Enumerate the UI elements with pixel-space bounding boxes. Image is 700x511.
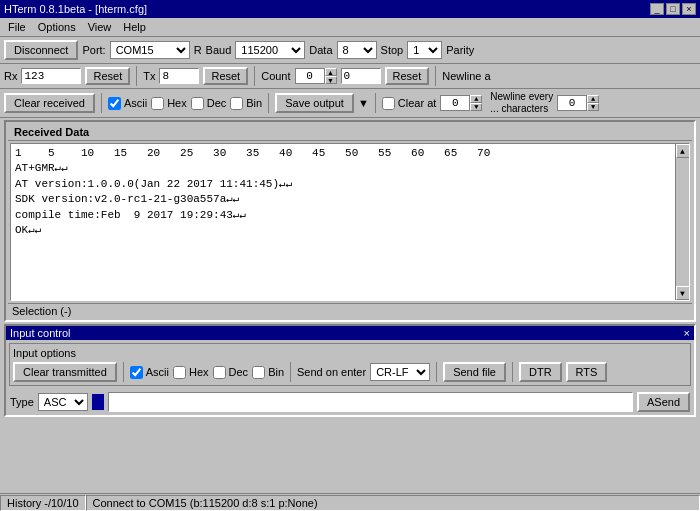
input-control-title: Input control ×: [6, 326, 694, 340]
sep-inp3: [436, 362, 437, 382]
sep-ctrl2: [268, 93, 269, 113]
terminal-line-1: AT version:1.0.0.0(Jan 22 2017 11:41:45)…: [15, 178, 292, 190]
scroll-up-button[interactable]: ▲: [676, 144, 690, 158]
menu-options[interactable]: Options: [32, 20, 82, 34]
app-title: HTerm 0.8.1beta - [hterm.cfg]: [4, 3, 147, 15]
rx-value: 123: [21, 68, 81, 84]
scroll-down-button[interactable]: ▼: [676, 286, 690, 300]
send-on-enter-select[interactable]: CR-LF: [370, 363, 430, 381]
maximize-button[interactable]: □: [666, 3, 680, 15]
terminal-line-3: compile time:Feb 9 2017 19:29:43↵↵: [15, 209, 246, 221]
baud-select[interactable]: 115200: [235, 41, 305, 59]
inp-hex-checkbox[interactable]: [173, 366, 186, 379]
send-on-enter-label: Send on enter: [297, 366, 366, 378]
newline-up-button[interactable]: ▲: [587, 95, 599, 103]
count-input[interactable]: [295, 68, 325, 84]
tx-reset-button[interactable]: Reset: [203, 67, 248, 85]
hex-checkbox-group: Hex: [151, 97, 187, 110]
received-panel: Received Data 1 5 10 15 20 25 30 35 40 4…: [4, 120, 696, 322]
inp-dec-label: Dec: [229, 366, 249, 378]
tx-value: [159, 68, 199, 84]
sep-inp1: [123, 362, 124, 382]
count-reset-button[interactable]: Reset: [385, 67, 430, 85]
terminal-area: 1 5 10 15 20 25 30 35 40 45 50 55 60 65 …: [10, 143, 690, 301]
input-control-close-icon[interactable]: ×: [684, 327, 690, 339]
newline-every-label: Newline every ... characters: [490, 91, 553, 115]
save-output-button[interactable]: Save output: [275, 93, 354, 113]
title-bar-right: _ □ ×: [650, 3, 696, 15]
send-file-button[interactable]: Send file: [443, 362, 506, 382]
data-select[interactable]: 8: [337, 41, 377, 59]
port-select[interactable]: COM15: [110, 41, 190, 59]
send-text-input[interactable]: [108, 392, 633, 412]
input-options-row: Clear transmitted Ascii Hex Dec Bin Send…: [13, 362, 687, 382]
clear-at-spinner: ▲ ▼: [440, 95, 482, 111]
menu-file[interactable]: File: [2, 20, 32, 34]
menu-help[interactable]: Help: [117, 20, 152, 34]
terminal-content: 1 5 10 15 20 25 30 35 40 45 50 55 60 65 …: [15, 146, 685, 238]
count-spin-buttons: ▲ ▼: [325, 68, 337, 84]
hex-label: Hex: [167, 97, 187, 109]
count-label: Count: [261, 70, 290, 82]
terminal-scrollbar[interactable]: ▲ ▼: [675, 144, 689, 300]
inp-bin-group: Bin: [252, 366, 284, 379]
inp-dec-group: Dec: [213, 366, 249, 379]
stop-label: Stop: [381, 44, 404, 56]
received-data-title: Received Data: [8, 124, 692, 141]
newline-label: Newline a: [442, 70, 490, 82]
clear-at-input[interactable]: [440, 95, 470, 111]
inp-ascii-label: Ascii: [146, 366, 169, 378]
newline-every-container: Newline every ... characters: [490, 91, 553, 115]
ascii-checkbox-group: Ascii: [108, 97, 147, 110]
bin-checkbox[interactable]: [230, 97, 243, 110]
disconnect-button[interactable]: Disconnect: [4, 40, 78, 60]
newline-input[interactable]: [557, 95, 587, 111]
asend-button[interactable]: ASend: [637, 392, 690, 412]
stop-select[interactable]: 1: [407, 41, 442, 59]
status-bar: History -/10/10 Connect to COM15 (b:1152…: [0, 493, 700, 511]
dtr-button[interactable]: DTR: [519, 362, 562, 382]
clear-at-down-button[interactable]: ▼: [470, 103, 482, 111]
menu-view[interactable]: View: [82, 20, 118, 34]
type-select[interactable]: ASC: [38, 393, 88, 411]
inp-hex-label: Hex: [189, 366, 209, 378]
count-down-button[interactable]: ▼: [325, 76, 337, 84]
clear-transmitted-button[interactable]: Clear transmitted: [13, 362, 117, 382]
port-label: Port:: [82, 44, 105, 56]
color-indicator: [92, 394, 104, 410]
ascii-checkbox[interactable]: [108, 97, 121, 110]
clear-at-spin-buttons: ▲ ▼: [470, 95, 482, 111]
inp-dec-checkbox[interactable]: [213, 366, 226, 379]
clear-received-button[interactable]: Clear received: [4, 93, 95, 113]
terminal-line-0: AT+GMR↵↵: [15, 162, 68, 174]
separator1: [136, 66, 137, 86]
selection-bar: Selection (-): [8, 303, 692, 318]
inp-hex-group: Hex: [173, 366, 209, 379]
menu-bar: File Options View Help: [0, 18, 700, 37]
newline-down-button[interactable]: ▼: [587, 103, 599, 111]
inp-bin-checkbox[interactable]: [252, 366, 265, 379]
rts-button[interactable]: RTS: [566, 362, 608, 382]
terminal-line-2: SDK version:v2.0-rc1-21-g30a557a↵↵: [15, 193, 239, 205]
title-bar: HTerm 0.8.1beta - [hterm.cfg] _ □ ×: [0, 0, 700, 18]
baud-label: Baud: [206, 44, 232, 56]
clear-at-up-button[interactable]: ▲: [470, 95, 482, 103]
scroll-track: [676, 158, 690, 286]
clear-at-checkbox[interactable]: [382, 97, 395, 110]
sep-ctrl: [101, 93, 102, 113]
dec-checkbox[interactable]: [191, 97, 204, 110]
rx-reset-button[interactable]: Reset: [85, 67, 130, 85]
title-bar-left: HTerm 0.8.1beta - [hterm.cfg]: [4, 3, 147, 15]
terminal-ruler: 1 5 10 15 20 25 30 35 40 45 50 55 60 65 …: [15, 147, 490, 159]
dec-label: Dec: [207, 97, 227, 109]
close-button[interactable]: ×: [682, 3, 696, 15]
inp-ascii-checkbox[interactable]: [130, 366, 143, 379]
tx-label: Tx: [143, 70, 155, 82]
sep-ctrl3: [375, 93, 376, 113]
count-up-button[interactable]: ▲: [325, 68, 337, 76]
hex-checkbox[interactable]: [151, 97, 164, 110]
selection-label: Selection (-): [12, 305, 71, 317]
minimize-button[interactable]: _: [650, 3, 664, 15]
input-control: Input control × Input options Clear tran…: [4, 324, 696, 417]
data-label: Data: [309, 44, 332, 56]
